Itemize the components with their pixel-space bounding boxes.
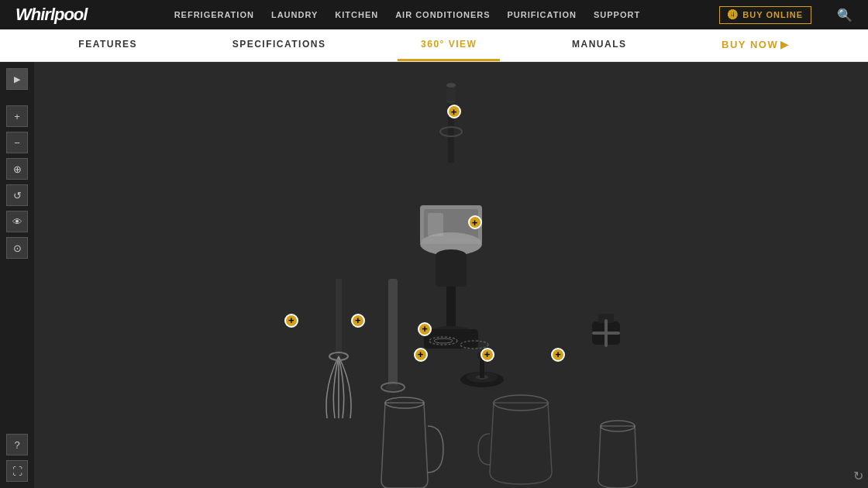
nav-laundry[interactable]: LAUNDRY [271, 10, 318, 19]
hotspot-2[interactable] [468, 215, 482, 229]
svg-rect-10 [428, 213, 443, 236]
left-toolbar: ▶ + − ⊕ ↺ 👁 ⊙ ? ⛶ [0, 62, 34, 488]
buy-now-tab[interactable]: BUY NOW ▶ [698, 29, 813, 61]
hotspot-5[interactable] [418, 322, 432, 336]
hotspot-7[interactable] [480, 348, 494, 362]
svg-rect-18 [388, 279, 398, 387]
svg-point-4 [446, 83, 456, 88]
tab-specifications[interactable]: SPECIFICATIONS [209, 29, 350, 61]
zoom-out-button[interactable]: − [6, 132, 28, 153]
svg-rect-15 [424, 329, 478, 349]
nav-links: REFRIGERATION LAUNDRY KITCHEN AIR CONDIT… [116, 10, 698, 19]
buy-online-label: BUY ONLINE [742, 10, 803, 19]
buy-now-label: BUY NOW [722, 39, 778, 50]
logo[interactable]: Whirlpool [16, 5, 87, 25]
sub-navigation: FEATURES SPECIFICATIONS 360° VIEW MANUAL… [0, 29, 868, 62]
help-button[interactable]: ? [6, 434, 28, 455]
product-exploded-view [34, 62, 868, 488]
nav-support[interactable]: SUPPORT [594, 10, 640, 19]
settings-button[interactable]: ⊙ [6, 237, 28, 259]
search-icon[interactable]: 🔍 [837, 8, 852, 22]
nav-air-conditioners[interactable]: AIR CONDITIONERS [395, 10, 490, 19]
hotspot-1[interactable] [447, 105, 461, 119]
fullscreen-button[interactable]: ⛶ [6, 460, 28, 482]
main-viewer: ▶ + − ⊕ ↺ 👁 ⊙ ? ⛶ [0, 62, 868, 488]
hotspot-6[interactable] [414, 348, 428, 362]
view-button[interactable]: 👁 [6, 211, 28, 232]
tab-features[interactable]: FEATURES [55, 29, 160, 61]
svg-rect-16 [336, 279, 342, 356]
nav-kitchen[interactable]: KITCHEN [335, 10, 378, 19]
buy-now-arrow-icon: ▶ [780, 39, 790, 50]
hotspot-3[interactable] [284, 314, 298, 328]
viewer-area[interactable]: ↻ [34, 62, 868, 488]
rotate-button[interactable]: ↺ [6, 184, 28, 206]
hotspot-8[interactable] [551, 348, 565, 362]
svg-rect-32 [604, 319, 608, 347]
refresh-icon[interactable]: ↻ [853, 469, 863, 483]
pan-button[interactable]: ⊕ [6, 158, 28, 180]
svg-point-20 [385, 384, 401, 390]
tab-manuals[interactable]: MANUALS [549, 29, 650, 61]
nav-refrigeration[interactable]: REFRIGERATION [174, 10, 254, 19]
brand-name: Whirlpool [16, 5, 87, 25]
zoom-in-button[interactable]: + [6, 105, 28, 127]
svg-rect-12 [436, 256, 467, 287]
buy-online-button[interactable]: 🅦 BUY ONLINE [719, 6, 811, 24]
play-button[interactable]: ▶ [6, 68, 28, 90]
whirlpool-w-icon: 🅦 [728, 9, 739, 21]
top-navigation: Whirlpool REFRIGERATION LAUNDRY KITCHEN … [0, 0, 868, 29]
tab-360-view[interactable]: 360° VIEW [398, 29, 500, 61]
hotspot-4[interactable] [351, 314, 365, 328]
nav-purification[interactable]: PURIFICATION [508, 10, 577, 19]
sub-tabs: FEATURES SPECIFICATIONS 360° VIEW MANUAL… [31, 29, 837, 61]
